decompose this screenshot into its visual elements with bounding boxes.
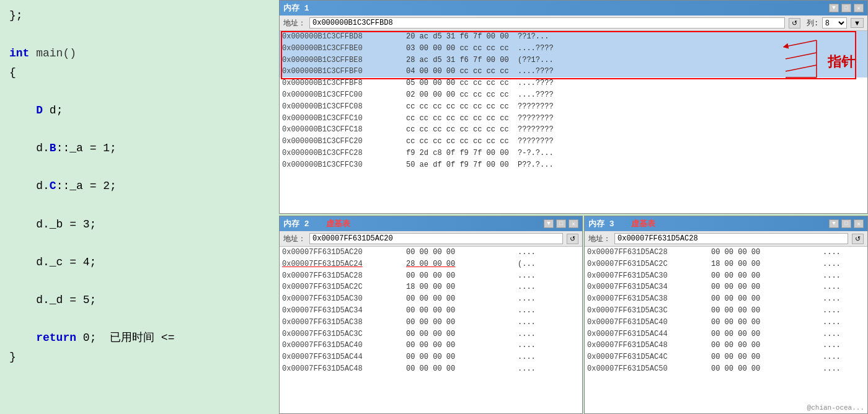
memory-window-3: 内存 3 虚基表 ▼ □ ✕ 地址： ↺ 0x00007FF631D5AC28 … (584, 216, 868, 414)
mem-addr: 0x000000B1C3CFFBE8 (282, 55, 406, 66)
mem-addr: 0x00007FF631D5AC4C (587, 352, 711, 363)
code-line: d.B::_a = 1; (9, 139, 270, 158)
table-row: 0x000000B1C3CFFC28 f9 2d c8 0f f9 7f 00 … (280, 148, 867, 159)
restore-btn-3[interactable]: □ (841, 219, 851, 228)
mem-bytes: 00 00 00 00 (406, 352, 518, 363)
table-row: 0x00007FF631D5AC28 00 00 00 00 .... (585, 247, 867, 258)
restore-btn-2[interactable]: □ (556, 219, 566, 228)
table-row: 0x00007FF631D5AC40 00 00 00 00 .... (585, 317, 867, 328)
addr-input-3[interactable] (614, 233, 848, 244)
mem-chars: .... (518, 329, 536, 340)
addr-input-1[interactable] (309, 17, 785, 29)
table-row: 0x00007FF631D5AC30 00 00 00 00 .... (585, 270, 867, 282)
mem-bytes: 00 00 00 00 (406, 340, 518, 351)
mem-chars: ....???? (518, 78, 554, 89)
col-label-1: 列: (807, 18, 818, 29)
mem-bytes: cc cc cc cc cc cc cc cc (406, 136, 518, 147)
mem-bytes: 00 00 00 00 (711, 352, 823, 363)
mem2-toolbar: 地址： ↺ (280, 231, 582, 247)
mem-chars: .... (518, 364, 536, 374)
mem-bytes: 00 00 00 00 (406, 364, 518, 374)
arrow-svg (767, 34, 823, 90)
mem-bytes: 00 00 00 00 (406, 329, 518, 340)
close-btn-3[interactable]: ✕ (854, 219, 864, 228)
mem-chars: .... (518, 294, 536, 304)
minimize-btn-3[interactable]: ▼ (829, 219, 839, 228)
mem2-title: 内存 2 (283, 218, 309, 229)
close-btn-2[interactable]: ✕ (569, 219, 578, 228)
mem-chars: .... (518, 317, 536, 328)
table-row: 0x00007FF631D5AC38 00 00 00 00 .... (585, 293, 867, 305)
table-row: 0x00007FF631D5AC2C 18 00 00 00 .... (280, 281, 582, 293)
mem-chars: P??.?... (518, 160, 554, 170)
mem-chars: ....???? (518, 66, 554, 77)
code-line (9, 234, 270, 253)
mem-bytes: 28 ac d5 31 f6 7f 00 00 (406, 55, 518, 66)
minimize-btn-2[interactable]: ▼ (544, 219, 554, 228)
table-row: 0x00007FF631D5AC28 00 00 00 00 .... (280, 270, 582, 282)
mem-bytes: 18 00 00 00 (711, 259, 823, 270)
mem-bytes: 03 00 00 00 cc cc cc cc (406, 43, 518, 54)
mem-addr: 0x00007FF631D5AC38 (282, 317, 406, 328)
mem-addr: 0x000000B1C3CFFBD8 (282, 32, 406, 42)
mem2-subtitle: 虚基表 (326, 218, 350, 229)
table-row: 0x000000B1C3CFFC08 cc cc cc cc cc cc cc … (280, 101, 867, 113)
mem-addr: 0x00007FF631D5AC34 (282, 306, 406, 316)
col-arrow-1[interactable]: ▼ (851, 18, 864, 28)
mem-bytes: 00 00 00 00 (711, 294, 823, 304)
addr-input-2[interactable] (309, 233, 563, 244)
col-select-1[interactable]: 8 (822, 17, 847, 29)
mem-addr: 0x00007FF631D5AC40 (587, 317, 711, 328)
mem3-subtitle: 虚基表 (631, 218, 655, 229)
mem-addr: 0x00007FF631D5AC20 (282, 247, 406, 258)
table-row: 0x00007FF631D5AC3C 00 00 00 00 .... (280, 328, 582, 340)
mem2-rows: 0x00007FF631D5AC20 00 00 00 00 .... 0x00… (280, 247, 582, 375)
mem-chars: .... (823, 329, 841, 340)
mem-chars: .... (518, 306, 536, 316)
close-btn-1[interactable]: ✕ (854, 4, 864, 12)
mem-chars: .... (823, 271, 841, 281)
mem-addr: 0x00007FF631D5AC3C (587, 306, 711, 316)
mem-addr: 0x00007FF631D5AC2C (587, 259, 711, 270)
mem-addr: 0x000000B1C3CFFBF8 (282, 78, 406, 89)
win-controls-1: ▼ □ ✕ (829, 4, 864, 12)
mem-addr: 0x00007FF631D5AC38 (587, 294, 711, 304)
code-line: d._c = 4; (9, 253, 270, 272)
table-row: 0x00007FF631D5AC3C 00 00 00 00 .... (585, 305, 867, 317)
table-row: 0x00007FF631D5AC44 00 00 00 00 .... (585, 328, 867, 340)
mem-bytes: 00 00 00 00 (711, 340, 823, 351)
code-line (9, 271, 270, 291)
mem-addr: 0x00007FF631D5AC40 (282, 340, 406, 351)
mem-bytes: 00 00 00 00 (711, 306, 823, 316)
refresh-btn-3[interactable]: ↺ (852, 234, 864, 244)
mem-chars: .... (518, 247, 536, 258)
code-line: { (9, 63, 270, 82)
restore-btn-1[interactable]: □ (841, 4, 851, 12)
table-row: 0x000000B1C3CFFC00 02 00 00 00 cc cc cc … (280, 89, 867, 101)
mem-addr: 0x00007FF631D5AC28 (587, 247, 711, 258)
mem-chars: .... (518, 340, 536, 351)
refresh-btn-1[interactable]: ↺ (789, 18, 800, 29)
mem-bytes: 00 00 00 00 (406, 317, 518, 328)
refresh-btn-2[interactable]: ↺ (567, 234, 578, 244)
table-row: 0x00007FF631D5AC4C 00 00 00 00 .... (585, 351, 867, 363)
table-row: 0x00007FF631D5AC50 00 00 00 00 .... (585, 363, 867, 375)
mem-chars: ?-?.?... (518, 148, 554, 159)
code-line (9, 196, 270, 215)
mem-chars: .... (823, 259, 841, 270)
code-line (9, 25, 270, 45)
mem-addr: 0x00007FF631D5AC3C (282, 329, 406, 340)
code-line (9, 310, 270, 329)
mem-chars: .... (823, 364, 841, 374)
mem-bytes: 00 00 00 00 (406, 247, 518, 258)
arrow-annotation: 指针 (767, 34, 855, 90)
mem-chars: .... (518, 282, 536, 293)
arrow-label: 指针 (828, 53, 855, 71)
code-panel: }; int main() { D d; d.B::_a = 1; d.C::_… (0, 0, 279, 414)
mem-bytes: 20 ac d5 31 f6 7f 00 00 (406, 32, 518, 42)
minimize-btn-1[interactable]: ▼ (829, 4, 839, 12)
mem-chars: (... (518, 259, 536, 270)
mem-chars: ....???? (518, 90, 554, 100)
table-row: 0x00007FF631D5AC38 00 00 00 00 .... (280, 317, 582, 328)
table-row: 0x00007FF631D5AC34 00 00 00 00 .... (280, 305, 582, 317)
